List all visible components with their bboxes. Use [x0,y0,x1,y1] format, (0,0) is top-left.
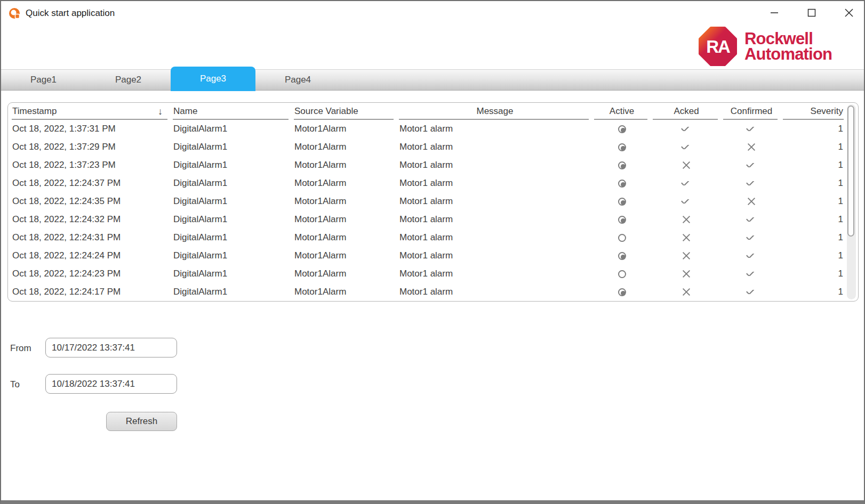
wordmark-line2: Automation [744,46,832,62]
vertical-scrollbar[interactable] [847,104,856,299]
header-active[interactable]: Active [592,103,651,120]
table-row[interactable]: Oct 18, 2022, 12:24:35 PM DigitalAlarm1 … [8,192,858,210]
header-timestamp[interactable]: Timestamp ↓ [8,103,171,120]
confirmed-mark-icon [746,217,755,222]
cell-timestamp: Oct 18, 2022, 12:24:24 PM [8,250,171,261]
table-row[interactable]: Oct 18, 2022, 12:24:24 PM DigitalAlarm1 … [8,247,858,265]
from-datetime-input[interactable] [45,338,177,357]
app-window: Quick start application [0,0,865,504]
cell-acked [651,127,722,131]
cell-acked [651,145,722,149]
cell-message: Motor1 alarm [397,269,592,279]
active-radio-icon [618,234,626,242]
cell-acked [651,251,722,260]
cell-active [592,143,651,151]
tab-page1[interactable]: Page1 [1,70,86,90]
cell-name: DigitalAlarm1 [171,160,292,170]
cell-timestamp: Oct 18, 2022, 12:24:32 PM [8,214,171,225]
cell-confirmed [722,290,781,294]
cell-source-variable: Motor1Alarm [292,196,397,207]
active-radio-icon [618,252,626,260]
confirmed-mark-icon [746,272,755,276]
alarm-grid: Timestamp ↓ Name Source Variable Message… [7,102,859,302]
wordmark-line1: Rockwell [744,31,832,46]
active-radio-icon [618,216,626,224]
alarm-grid-header: Timestamp ↓ Name Source Variable Message… [8,103,858,120]
table-row[interactable]: Oct 18, 2022, 12:24:17 PM DigitalAlarm1 … [8,283,858,301]
cell-message: Motor1 alarm [397,214,592,225]
tab-page2[interactable]: Page2 [86,70,171,90]
header-message[interactable]: Message [397,103,592,120]
to-datetime-input[interactable] [45,374,177,394]
cell-source-variable: Motor1Alarm [292,124,397,134]
active-radio-icon [618,180,626,188]
refresh-button[interactable]: Refresh [106,412,177,431]
cell-source-variable: Motor1Alarm [292,287,397,297]
cell-name: DigitalAlarm1 [171,214,292,225]
cell-confirmed [722,163,781,167]
header-confirmed[interactable]: Confirmed [722,103,781,120]
cell-name: DigitalAlarm1 [171,142,292,152]
header-name[interactable]: Name [171,103,292,120]
cell-message: Motor1 alarm [397,142,592,152]
cell-confirmed [722,254,781,258]
tab-page3[interactable]: Page3 [171,67,255,91]
alarm-table-body: Oct 18, 2022, 1:37:31 PM DigitalAlarm1 M… [8,120,858,301]
table-row[interactable]: Oct 18, 2022, 12:24:31 PM DigitalAlarm1 … [8,229,858,247]
cell-confirmed [722,127,781,131]
active-radio-icon [618,288,626,296]
table-row[interactable]: Oct 18, 2022, 12:24:32 PM DigitalAlarm1 … [8,210,858,229]
active-radio-icon [618,143,626,151]
minimize-button[interactable] [764,2,785,23]
ra-badge-text: RA [706,37,730,56]
cell-timestamp: Oct 18, 2022, 12:24:37 PM [8,178,171,189]
confirmed-mark-icon [746,290,755,294]
cell-active [592,216,651,224]
acked-mark-icon [681,199,690,204]
cell-name: DigitalAlarm1 [171,287,292,297]
cell-name: DigitalAlarm1 [171,196,292,207]
cell-timestamp: Oct 18, 2022, 1:37:29 PM [8,142,171,152]
cell-message: Motor1 alarm [397,250,592,261]
window-title: Quick start application [26,8,115,19]
cell-confirmed [722,197,781,206]
tab-page4[interactable]: Page4 [255,70,340,90]
table-row[interactable]: Oct 18, 2022, 12:24:37 PM DigitalAlarm1 … [8,174,858,192]
acked-mark-icon [682,215,691,224]
cell-source-variable: Motor1Alarm [292,160,397,170]
cell-acked [651,233,722,242]
cell-acked [651,181,722,185]
acked-mark-icon [681,127,690,131]
cell-confirmed [722,143,781,151]
table-row[interactable]: Oct 18, 2022, 1:37:23 PM DigitalAlarm1 M… [8,156,858,174]
confirmed-mark-icon [747,143,756,151]
acked-mark-icon [682,233,691,242]
cell-acked [651,161,722,169]
scrollbar-thumb[interactable] [847,105,854,237]
table-row[interactable]: Oct 18, 2022, 1:37:31 PM DigitalAlarm1 M… [8,120,858,138]
header-source-variable[interactable]: Source Variable [292,103,397,120]
table-row[interactable]: Oct 18, 2022, 12:24:23 PM DigitalAlarm1 … [8,265,858,283]
close-button[interactable] [838,2,860,23]
cell-active [592,125,651,133]
cell-acked [651,199,722,204]
confirmed-mark-icon [746,163,755,167]
cell-message: Motor1 alarm [397,160,592,170]
acked-mark-icon [681,145,690,149]
cell-acked [651,215,722,224]
table-row[interactable]: Oct 18, 2022, 1:37:29 PM DigitalAlarm1 M… [8,138,858,156]
active-radio-icon [618,161,626,169]
header-acked[interactable]: Acked [651,103,722,120]
cell-acked [651,270,722,278]
maximize-button[interactable] [801,2,822,23]
cell-active [592,252,651,260]
acked-mark-icon [682,288,691,296]
cell-source-variable: Motor1Alarm [292,142,397,152]
title-bar: Quick start application [1,1,864,26]
ra-badge-icon: RA [699,27,737,66]
active-radio-icon [618,270,626,278]
acked-mark-icon [682,270,691,278]
rockwell-logo: RA Rockwell Automation [699,27,832,66]
cell-source-variable: Motor1Alarm [292,250,397,261]
cell-timestamp: Oct 18, 2022, 12:24:31 PM [8,232,171,243]
